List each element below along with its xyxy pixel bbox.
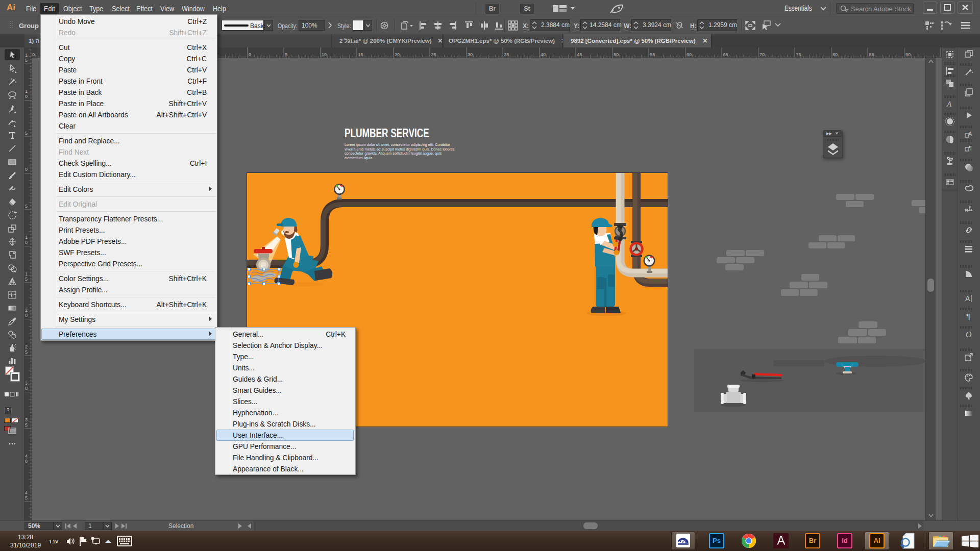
svg-text:4: 4 xyxy=(25,454,28,459)
svg-text:A: A xyxy=(965,294,970,303)
svg-text:0: 0 xyxy=(25,459,28,464)
svg-text:5: 5 xyxy=(25,422,28,428)
svg-text:0: 0 xyxy=(25,240,28,245)
svg-text:A: A xyxy=(968,131,972,137)
svg-text:¶: ¶ xyxy=(969,145,972,151)
svg-text:4: 4 xyxy=(25,490,28,495)
svg-text:1: 1 xyxy=(25,53,28,58)
svg-text:2: 2 xyxy=(25,344,28,349)
svg-text:O: O xyxy=(966,330,972,339)
svg-text:0: 0 xyxy=(25,94,28,99)
svg-text:A: A xyxy=(946,100,952,108)
svg-text:5: 5 xyxy=(25,277,28,282)
svg-text:¶: ¶ xyxy=(966,312,970,320)
svg-text:5: 5 xyxy=(25,204,28,209)
svg-text:1: 1 xyxy=(25,235,28,240)
svg-text:2: 2 xyxy=(25,308,28,313)
svg-text:3: 3 xyxy=(25,417,28,422)
svg-text:5: 5 xyxy=(25,131,28,136)
svg-text:0: 0 xyxy=(25,313,28,318)
svg-text:0: 0 xyxy=(25,386,28,391)
svg-text:0: 0 xyxy=(25,167,28,172)
svg-text:5: 5 xyxy=(25,349,28,355)
svg-text:5: 5 xyxy=(25,58,28,63)
svg-text:3: 3 xyxy=(25,381,28,386)
svg-text:5: 5 xyxy=(25,495,28,500)
svg-text:1: 1 xyxy=(25,271,28,277)
svg-text:1: 1 xyxy=(25,89,28,94)
